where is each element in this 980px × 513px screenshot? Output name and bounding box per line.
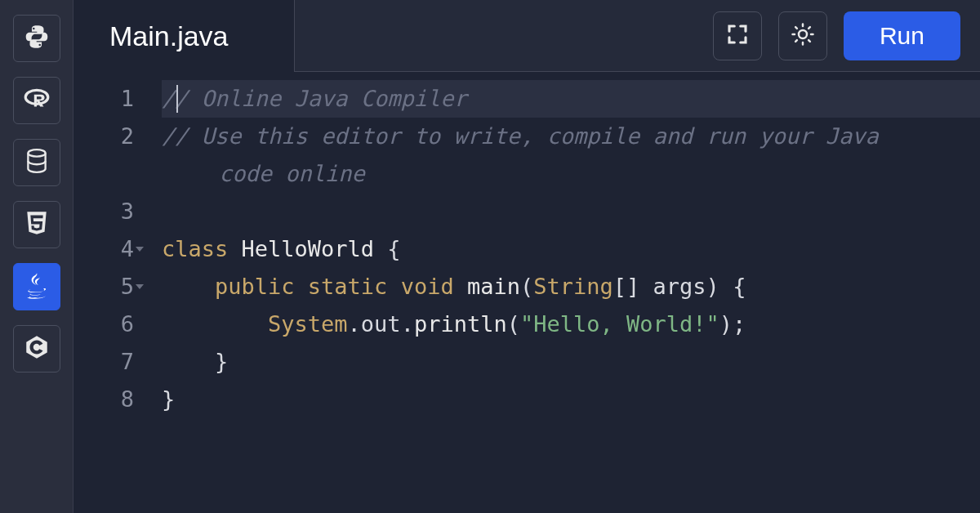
line-number: [74, 155, 134, 193]
code-line[interactable]: // Use this editor to write, compile and…: [162, 118, 980, 155]
editor-header: Main.java Run: [74, 0, 980, 72]
language-sidebar: [0, 0, 74, 513]
line-number: 6: [74, 306, 134, 343]
header-toolbar: Run: [294, 0, 980, 72]
file-tab[interactable]: Main.java: [74, 0, 294, 72]
run-button[interactable]: Run: [844, 11, 960, 60]
code-line[interactable]: [162, 193, 980, 230]
line-number: 7: [74, 343, 134, 381]
line-number: 2: [74, 118, 134, 155]
line-number: 5: [74, 268, 134, 306]
sidebar-item-sql[interactable]: [13, 139, 60, 186]
code-line[interactable]: System.out.println("Hello, World!");: [162, 306, 980, 343]
line-number: 1: [74, 80, 134, 118]
text-cursor: [176, 85, 178, 113]
sidebar-item-html[interactable]: [13, 201, 60, 248]
html5-icon: [23, 209, 51, 240]
code-line[interactable]: // Online Java Compiler: [162, 80, 980, 118]
line-number: 4: [74, 230, 134, 268]
code-line[interactable]: }: [162, 381, 980, 418]
code-line[interactable]: code online: [162, 155, 980, 193]
python-icon: [23, 23, 51, 54]
c-icon: [23, 333, 51, 364]
database-icon: [23, 147, 51, 178]
sun-icon: [791, 22, 815, 49]
main-area: Main.java Run 1 2 3 4 5 6 7: [74, 0, 980, 513]
r-icon: [23, 85, 51, 116]
line-number: 3: [74, 193, 134, 230]
fold-icon[interactable]: [136, 247, 144, 252]
code-line[interactable]: public static void main(String[] args) {: [162, 268, 980, 306]
file-tab-title: Main.java: [109, 20, 229, 52]
fullscreen-icon: [725, 22, 750, 49]
sidebar-item-r[interactable]: [13, 77, 60, 124]
fullscreen-button[interactable]: [713, 11, 762, 60]
sidebar-item-python[interactable]: [13, 15, 60, 62]
code-line[interactable]: class HelloWorld {: [162, 230, 980, 268]
code-line[interactable]: }: [162, 343, 980, 381]
line-gutter: 1 2 3 4 5 6 7 8: [74, 80, 147, 513]
code-content[interactable]: // Online Java Compiler // Use this edit…: [147, 80, 980, 513]
code-editor[interactable]: 1 2 3 4 5 6 7 8 // Online Java Compiler …: [74, 72, 980, 513]
svg-point-1: [28, 149, 45, 157]
line-number: 8: [74, 381, 134, 418]
theme-toggle-button[interactable]: [778, 11, 827, 60]
java-icon: [23, 271, 51, 302]
sidebar-item-c[interactable]: [13, 325, 60, 372]
fold-icon[interactable]: [136, 284, 144, 289]
svg-point-2: [799, 30, 807, 38]
sidebar-item-java[interactable]: [13, 263, 60, 310]
